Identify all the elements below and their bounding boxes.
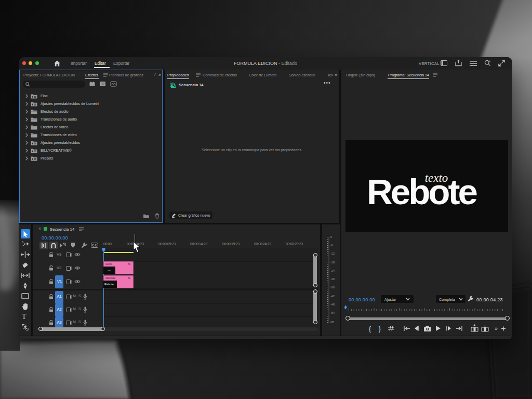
- svg-text:}: }: [379, 325, 381, 332]
- svg-text:»: »: [495, 326, 498, 331]
- svg-text:{: {: [369, 325, 371, 332]
- svg-text:32: 32: [101, 82, 105, 86]
